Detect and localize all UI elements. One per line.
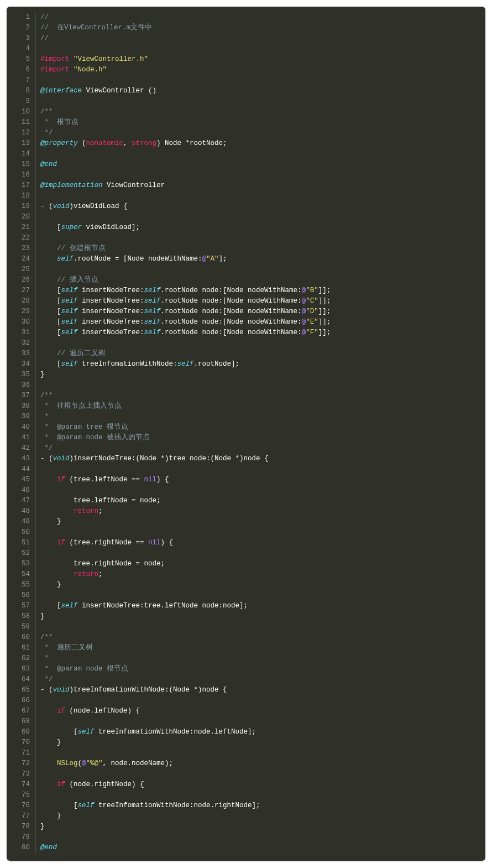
code-line[interactable]: 25 bbox=[7, 264, 485, 275]
code-line[interactable]: 42 */ bbox=[7, 443, 485, 454]
code-line[interactable]: 12 */ bbox=[7, 128, 485, 138]
code-editor[interactable]: 1//2// 在ViewController.m文件中3//45#import … bbox=[7, 7, 485, 861]
code-line[interactable]: 21 [super viewDidLoad]; bbox=[7, 222, 485, 233]
code-content[interactable]: tree.rightNode = node; bbox=[40, 559, 165, 569]
code-line[interactable]: 16 bbox=[7, 170, 485, 180]
code-content[interactable]: * @param node 根节点 bbox=[40, 664, 128, 674]
code-line[interactable]: 22 bbox=[7, 233, 485, 243]
code-content[interactable]: } bbox=[40, 737, 61, 748]
code-content[interactable]: * bbox=[40, 653, 49, 664]
code-line[interactable]: 50 bbox=[7, 527, 485, 538]
code-line[interactable]: 14 bbox=[7, 149, 485, 159]
code-content[interactable]: /** bbox=[40, 391, 53, 401]
code-content[interactable]: self.rootNode = [Node nodeWithName:@"A"]… bbox=[40, 254, 227, 264]
code-line[interactable]: 53 tree.rightNode = node; bbox=[7, 559, 485, 569]
code-line[interactable]: 38 * 往根节点上插入节点 bbox=[7, 401, 485, 412]
code-content[interactable]: @end bbox=[40, 843, 57, 853]
code-line[interactable]: 79 bbox=[7, 832, 485, 843]
code-content[interactable]: @property (nonatomic, strong) Node *root… bbox=[40, 138, 227, 149]
code-line[interactable]: 24 self.rootNode = [Node nodeWithName:@"… bbox=[7, 254, 485, 264]
code-content[interactable]: [self insertNodeTree:self.rootNode node:… bbox=[40, 285, 331, 296]
code-line[interactable]: 57 [self insertNodeTree:tree.leftNode no… bbox=[7, 601, 485, 611]
code-line[interactable]: 60/** bbox=[7, 632, 485, 643]
code-line[interactable]: 54 return; bbox=[7, 569, 485, 580]
code-line[interactable]: 44 bbox=[7, 464, 485, 475]
code-content[interactable]: * @param node 被插入的节点 bbox=[40, 433, 150, 443]
code-line[interactable]: 13@property (nonatomic, strong) Node *ro… bbox=[7, 138, 485, 149]
code-line[interactable]: 43- (void)insertNodeTree:(Node *)tree no… bbox=[7, 454, 485, 464]
code-line[interactable]: 4 bbox=[7, 44, 485, 54]
code-line[interactable]: 11 * 根节点 bbox=[7, 117, 485, 128]
code-content[interactable]: @implementation ViewController bbox=[40, 180, 165, 191]
code-content[interactable]: if (node.leftNode) { bbox=[40, 706, 140, 716]
code-line[interactable]: 51 if (tree.rightNode == nil) { bbox=[7, 538, 485, 548]
code-line[interactable]: 70 } bbox=[7, 737, 485, 748]
code-content[interactable]: */ bbox=[40, 443, 53, 454]
code-line[interactable]: 10/** bbox=[7, 107, 485, 117]
code-content[interactable]: [self insertNodeTree:self.rootNode node:… bbox=[40, 328, 331, 338]
code-content[interactable]: [self insertNodeTree:tree.leftNode node:… bbox=[40, 601, 248, 611]
code-line[interactable]: 67 if (node.leftNode) { bbox=[7, 706, 485, 716]
code-line[interactable]: 39 * bbox=[7, 412, 485, 422]
code-line[interactable]: 59 bbox=[7, 622, 485, 632]
code-line[interactable]: 69 [self treeInfomationWithNode:node.lef… bbox=[7, 727, 485, 737]
code-content[interactable]: * 遍历二叉树 bbox=[40, 643, 93, 653]
code-line[interactable]: 78} bbox=[7, 822, 485, 832]
code-line[interactable]: 66 bbox=[7, 695, 485, 706]
code-content[interactable]: NSLog(@"%@", node.nodeName); bbox=[40, 758, 173, 769]
code-content[interactable]: if (tree.leftNode == nil) { bbox=[40, 475, 169, 485]
code-line[interactable]: 55 } bbox=[7, 580, 485, 590]
code-line[interactable]: 64 */ bbox=[7, 674, 485, 685]
code-content[interactable]: #import "ViewController.h" bbox=[40, 54, 148, 65]
code-line[interactable]: 23 // 创建根节点 bbox=[7, 243, 485, 254]
code-line[interactable]: 20 bbox=[7, 212, 485, 222]
code-line[interactable]: 52 bbox=[7, 548, 485, 559]
code-content[interactable]: [self treeInfomationWithNode:node.rightN… bbox=[40, 801, 260, 811]
code-content[interactable]: } bbox=[40, 517, 61, 527]
code-content[interactable]: [self insertNodeTree:self.rootNode node:… bbox=[40, 317, 331, 328]
code-line[interactable]: 73 bbox=[7, 769, 485, 779]
code-line[interactable]: 3// bbox=[7, 33, 485, 44]
code-line[interactable]: 35} bbox=[7, 370, 485, 380]
code-line[interactable]: 47 tree.leftNode = node; bbox=[7, 496, 485, 506]
code-content[interactable]: } bbox=[40, 811, 61, 822]
code-line[interactable]: 26 // 插入节点 bbox=[7, 275, 485, 285]
code-line[interactable]: 34 [self treeInfomationWithNode:self.roo… bbox=[7, 359, 485, 370]
code-content[interactable]: if (node.rightNode) { bbox=[40, 779, 144, 790]
code-line[interactable]: 40 * @param tree 根节点 bbox=[7, 422, 485, 433]
code-line[interactable]: 8@interface ViewController () bbox=[7, 86, 485, 96]
code-line[interactable]: 32 bbox=[7, 338, 485, 349]
code-content[interactable]: - (void)insertNodeTree:(Node *)tree node… bbox=[40, 454, 269, 464]
code-line[interactable]: 27 [self insertNodeTree:self.rootNode no… bbox=[7, 285, 485, 296]
code-content[interactable]: * 根节点 bbox=[40, 117, 78, 128]
code-line[interactable]: 72 NSLog(@"%@", node.nodeName); bbox=[7, 758, 485, 769]
code-content[interactable]: [super viewDidLoad]; bbox=[40, 222, 140, 233]
code-content[interactable]: */ bbox=[40, 128, 53, 138]
code-content[interactable]: // 在ViewController.m文件中 bbox=[40, 23, 152, 33]
code-line[interactable]: 18 bbox=[7, 191, 485, 201]
code-content[interactable]: - (void)viewDidLoad { bbox=[40, 201, 128, 212]
code-line[interactable]: 28 [self insertNodeTree:self.rootNode no… bbox=[7, 296, 485, 306]
code-line[interactable]: 36 bbox=[7, 380, 485, 391]
code-content[interactable]: return; bbox=[40, 569, 103, 580]
code-line[interactable]: 58} bbox=[7, 611, 485, 622]
code-content[interactable]: // bbox=[40, 33, 49, 44]
code-line[interactable]: 31 [self insertNodeTree:self.rootNode no… bbox=[7, 328, 485, 338]
code-line[interactable]: 63 * @param node 根节点 bbox=[7, 664, 485, 674]
code-content[interactable]: } bbox=[40, 370, 45, 380]
code-line[interactable]: 1// bbox=[7, 12, 485, 23]
code-content[interactable]: * @param tree 根节点 bbox=[40, 422, 128, 433]
code-line[interactable]: 6#import "Node.h" bbox=[7, 65, 485, 75]
code-line[interactable]: 76 [self treeInfomationWithNode:node.rig… bbox=[7, 801, 485, 811]
code-content[interactable]: } bbox=[40, 822, 45, 832]
code-line[interactable]: 41 * @param node 被插入的节点 bbox=[7, 433, 485, 443]
code-line[interactable]: 56 bbox=[7, 590, 485, 601]
code-line[interactable]: 29 [self insertNodeTree:self.rootNode no… bbox=[7, 306, 485, 317]
code-line[interactable]: 33 // 遍历二叉树 bbox=[7, 349, 485, 359]
code-line[interactable]: 37/** bbox=[7, 391, 485, 401]
code-content[interactable]: [self insertNodeTree:self.rootNode node:… bbox=[40, 306, 331, 317]
code-content[interactable]: /** bbox=[40, 107, 53, 117]
code-line[interactable]: 80@end bbox=[7, 843, 485, 853]
code-line[interactable]: 68 bbox=[7, 716, 485, 727]
code-line[interactable]: 61 * 遍历二叉树 bbox=[7, 643, 485, 653]
